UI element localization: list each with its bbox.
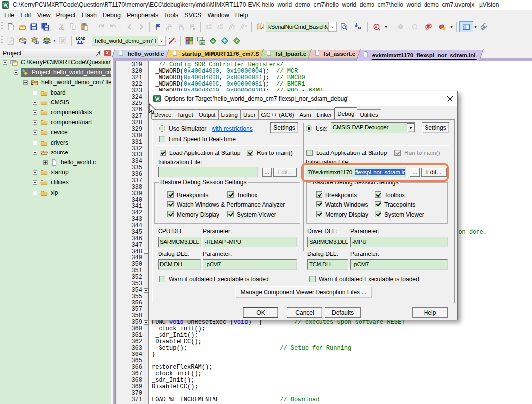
menu-file[interactable]: File [1,11,17,20]
tree-expander-icon[interactable] [33,130,37,135]
debugger-combo[interactable]: CMSIS-DAP Debugger [331,122,415,133]
bookmark-next-icon[interactable] [175,21,186,32]
tree-expander-icon[interactable] [33,101,37,105]
tree-expander-icon[interactable] [33,170,37,175]
find-in-files-icon[interactable] [254,21,266,32]
tree-expander-icon[interactable] [33,180,37,185]
tree-item-component-uart[interactable]: component/uart [33,118,93,127]
find-doc-icon[interactable] [337,21,351,32]
tree-item-label[interactable]: startup [50,168,70,177]
editor-tab-fsl_lpuart.c[interactable]: fsl_lpuart.c [260,49,315,58]
tree-item-label[interactable]: xip [50,189,59,197]
tree-item-project-hello-world-demo-cm[interactable]: Project: hello_world_demo_cm [14,68,111,77]
left-edit-button[interactable]: Edit... [273,168,297,177]
tree-item-hello-world-c[interactable]: hello_world.c [43,158,97,167]
tree-expander-icon[interactable] [33,120,37,125]
menu-edit[interactable]: Edit [17,11,34,20]
function-search-combo[interactable]: kSerialNorCmd_BasicRead [266,22,329,32]
pin-icon[interactable] [95,50,102,57]
redo-icon[interactable] [107,21,118,32]
bookmark-prev-icon[interactable] [163,21,175,32]
left-browse-button[interactable]: ... [262,168,272,177]
bp-enable-icon[interactable] [408,21,422,32]
unindent-icon[interactable] [203,21,214,32]
cancel-button[interactable]: Cancel [287,307,322,318]
tree-item-utilities[interactable]: utilities [33,178,70,187]
tree-item-label[interactable]: utilities [50,178,70,187]
limit-speed-checkbox[interactable] [159,136,165,142]
menu-window[interactable]: Window [204,11,232,20]
tree-item-label[interactable]: board [50,89,67,97]
cut-icon[interactable] [56,21,67,32]
menu-view[interactable]: View [34,11,53,20]
editor-tab-startup_mimxrt1176_cm7.s[interactable]: startup_MIMXRT1176_cm7.S [165,49,266,58]
function-search-combo-dropdown-icon[interactable]: ∨ [328,22,337,32]
toolbar-grip[interactable] [1,22,3,31]
right-dialog-param-input[interactable]: -pCM7 [350,259,448,270]
simulator-settings-button[interactable]: Settings [270,122,298,133]
left-restore-check-toolbox[interactable] [227,191,234,198]
new-file-icon[interactable] [5,21,16,32]
load-flash-icon[interactable]: LOAD [74,34,86,47]
left-dialog-dll-input[interactable]: DCM.DLL [158,259,201,270]
left-restore-check-breakpoints[interactable] [167,191,174,198]
target-select-combo-dropdown-icon[interactable]: ∨ [158,36,166,46]
copy-icon[interactable] [67,21,79,32]
menu-svcs[interactable]: SVCS [181,11,204,20]
defaults-button[interactable]: Defaults [325,307,361,318]
rebuild-icon[interactable] [29,34,41,47]
bookmark-icon[interactable] [152,21,163,32]
lookup-at-dropdown-icon[interactable]: ▾ [384,21,388,32]
bp-disable-all-icon[interactable] [422,21,435,32]
tree-expander-icon[interactable] [14,70,18,75]
fold-marker-icon[interactable] [144,288,148,293]
tree-item-label[interactable]: drivers [50,139,70,147]
pack-installer-icon[interactable] [207,34,219,47]
tree-expander-icon[interactable] [43,160,48,165]
tree-item-startup[interactable]: startup [33,168,70,177]
tree-item-device[interactable]: device [33,128,69,137]
batch-build-icon[interactable] [41,34,53,47]
tree-item-xip[interactable]: xip [33,188,59,198]
left-restore-check-watch-windows-performance-analyzer[interactable] [167,201,174,207]
right-restore-check-toolbox[interactable] [375,191,381,198]
tree-expander-icon[interactable] [23,80,28,85]
right-restore-check-breakpoints[interactable] [316,191,322,198]
cpu-dll-input[interactable]: SARMCM3.DLL [158,237,201,247]
left-warn-checkbox[interactable] [159,276,165,282]
open-folder-icon[interactable] [16,21,28,32]
tree-expander-icon[interactable] [33,151,37,155]
manage-books-icon[interactable] [219,34,231,47]
target-select-combo[interactable]: hello_world_demo_cm7 f [92,36,158,46]
right-restore-check-system-viewer[interactable] [375,211,381,217]
right-restore-check-memory-display[interactable] [316,211,322,217]
tree-expander-icon[interactable] [33,191,37,195]
tree-item-label[interactable]: hello_world.c [60,158,97,167]
lookup-at-icon[interactable]: a [370,21,384,32]
menu-flash[interactable]: Flash [78,11,100,20]
nav-forward-icon[interactable] [135,21,147,32]
stop-build-icon[interactable] [57,34,69,47]
menu-debug[interactable]: Debug [100,11,124,20]
tree-item-drivers[interactable]: drivers [33,138,70,148]
editor-tab-fsl_assert.c[interactable]: fsl_assert.c [308,49,364,58]
editor-tab-hello_world.c[interactable]: hello_world.c [112,49,172,58]
tree-item-label[interactable]: Project: hello_world_demo_cm [31,68,111,77]
manage-layers-icon[interactable] [231,34,243,47]
tree-item-source[interactable]: source [33,148,70,157]
tree-item-label[interactable]: source [50,149,70,157]
translate-icon[interactable] [5,34,17,47]
manage-multiproject-icon[interactable] [195,34,207,47]
left-dialog-param-input[interactable]: -pCM7 [203,259,297,270]
toolbar-grip[interactable] [1,36,3,45]
tree-expander-icon[interactable] [33,110,37,115]
target-options-wand-icon[interactable] [166,34,178,47]
project-panel-close-icon[interactable]: x [104,50,111,56]
left-run-to-main-checkbox[interactable] [247,150,253,156]
comment-icon[interactable] [226,21,237,32]
tree-item-label[interactable]: device [50,128,69,137]
fold-marker-icon[interactable] [144,250,148,254]
bookmark-clear-icon[interactable] [186,21,198,32]
ok-button[interactable]: OK [243,307,278,318]
debugger-settings-button[interactable]: Settings [422,122,449,133]
